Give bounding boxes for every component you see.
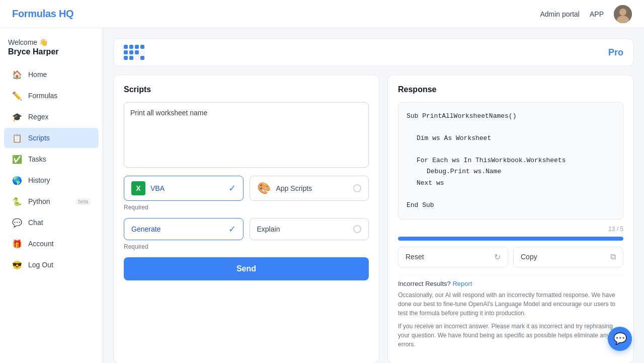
- report-link[interactable]: Report: [452, 280, 472, 287]
- header: Formulas HQ Admin portal APP: [0, 0, 644, 28]
- code-line-4: [407, 144, 615, 155]
- incorrect-text-2: If you receive an incorrect answer. Plea…: [398, 322, 623, 349]
- code-line-2: [407, 122, 615, 133]
- code-line-1: Sub PrintAllWorksheetNames(): [407, 111, 615, 122]
- progress-bar-fill: [398, 237, 623, 241]
- sidebar-username: Bryce Harper: [0, 47, 103, 64]
- copy-icon: ⧉: [610, 252, 616, 261]
- history-nav-label: History: [28, 176, 91, 184]
- regex-nav-icon: 🎓: [12, 112, 22, 122]
- incorrect-section: Incorrect Results? Report Occasionally, …: [398, 274, 623, 353]
- scripts-panel: Scripts Print all worksheet name X VBA ✓…: [113, 75, 379, 363]
- sidebar-item-logout[interactable]: 😎Log Out: [4, 255, 99, 275]
- sidebar: Welcome 👋 Bryce Harper 🏠Home✏️Formulas🎓R…: [0, 28, 103, 363]
- code-line-6: Debug.Print ws.Name: [407, 166, 615, 177]
- chat-bubble-button[interactable]: 💬: [608, 327, 632, 351]
- chat-nav-icon: 💬: [12, 217, 22, 228]
- sidebar-item-history[interactable]: 🌎History: [4, 170, 99, 190]
- app-scripts-label: App Scripts: [276, 184, 312, 192]
- app-link[interactable]: APP: [590, 10, 604, 18]
- response-panel-title: Response: [398, 85, 623, 94]
- account-nav-icon: 🎁: [12, 239, 22, 249]
- user-avatar[interactable]: [614, 5, 632, 23]
- main-content: Pro Scripts Print all worksheet name X V…: [103, 28, 644, 363]
- reset-icon: ↻: [494, 252, 501, 262]
- home-nav-icon: 🏠: [12, 69, 22, 80]
- action-types: Generate ✓ Explain: [124, 218, 369, 240]
- app-scripts-type-button[interactable]: 🎨 App Scripts: [250, 176, 369, 201]
- app-scripts-radio-icon: [353, 184, 361, 192]
- incorrect-text-1: Occasionally, our AI will respond with a…: [398, 291, 623, 318]
- grid-icon: [124, 45, 144, 60]
- sidebar-nav: 🏠Home✏️Formulas🎓Regex📋Scripts✅Tasks🌎Hist…: [0, 64, 103, 275]
- layout: Welcome 👋 Bryce Harper 🏠Home✏️Formulas🎓R…: [0, 28, 644, 363]
- sidebar-item-tasks[interactable]: ✅Tasks: [4, 149, 99, 169]
- send-button[interactable]: Send: [124, 257, 369, 280]
- history-nav-icon: 🌎: [12, 175, 22, 185]
- response-panel: Response Sub PrintAllWorksheetNames() Di…: [387, 75, 634, 363]
- prompt-textarea[interactable]: Print all worksheet name: [130, 109, 362, 159]
- scripts-nav-icon: 📋: [12, 133, 22, 143]
- generate-check-icon: ✓: [228, 224, 236, 235]
- required-label-2: Required: [124, 243, 369, 250]
- incorrect-title: Incorrect Results? Report: [398, 280, 623, 287]
- python-nav-icon: 🐍: [12, 196, 22, 206]
- formulas-nav-label: Formulas: [28, 92, 91, 100]
- response-actions: Reset ↻ Copy ⧉: [398, 247, 623, 267]
- python-nav-badge: beta: [76, 198, 91, 205]
- prompt-textarea-wrapper[interactable]: Print all worksheet name: [124, 102, 369, 168]
- vba-check-icon: ✓: [228, 183, 236, 194]
- sidebar-item-python[interactable]: 🐍Pythonbeta: [4, 191, 99, 211]
- top-card: Pro: [113, 38, 634, 66]
- reset-button[interactable]: Reset ↻: [398, 247, 508, 267]
- app-logo[interactable]: Formulas HQ: [12, 8, 73, 20]
- reset-label: Reset: [406, 253, 424, 261]
- header-right: Admin portal APP: [540, 5, 632, 23]
- logout-nav-label: Log Out: [28, 261, 91, 269]
- vba-label: VBA: [150, 184, 165, 192]
- sidebar-item-formulas[interactable]: ✏️Formulas: [4, 86, 99, 106]
- scripts-panel-title: Scripts: [124, 85, 369, 94]
- code-line-7: Next ws: [407, 178, 615, 189]
- sidebar-item-home[interactable]: 🏠Home: [4, 64, 99, 85]
- sidebar-item-account[interactable]: 🎁Account: [4, 234, 99, 254]
- progress-bar: [398, 237, 623, 241]
- script-types: X VBA ✓ 🎨 App Scripts: [124, 176, 369, 201]
- svg-point-1: [619, 9, 626, 16]
- pro-badge: Pro: [608, 47, 623, 58]
- code-line-8: [407, 189, 615, 200]
- generate-label: Generate: [131, 225, 160, 233]
- explain-action-button[interactable]: Explain: [250, 218, 369, 240]
- tasks-nav-label: Tasks: [28, 155, 91, 163]
- sidebar-item-regex[interactable]: 🎓Regex: [4, 107, 99, 127]
- home-nav-label: Home: [28, 70, 91, 79]
- required-label-1: Required: [124, 204, 369, 211]
- vba-type-button[interactable]: X VBA ✓: [124, 176, 244, 201]
- sidebar-welcome: Welcome 👋: [0, 36, 103, 47]
- code-line-5: For Each ws In ThisWorkbook.Worksheets: [407, 155, 615, 166]
- scripts-nav-label: Scripts: [28, 134, 91, 142]
- app-scripts-icon: 🎨: [257, 181, 271, 195]
- generate-action-button[interactable]: Generate ✓: [124, 218, 244, 240]
- counter-value: 13 / 5: [608, 226, 623, 233]
- vba-icon: X: [131, 181, 145, 195]
- copy-label: Copy: [521, 253, 537, 261]
- logout-nav-icon: 😎: [12, 260, 22, 270]
- account-nav-label: Account: [28, 240, 91, 248]
- sidebar-item-chat[interactable]: 💬Chat: [4, 212, 99, 233]
- python-nav-label: Python: [28, 197, 70, 205]
- admin-portal-link[interactable]: Admin portal: [540, 10, 580, 18]
- formulas-nav-icon: ✏️: [12, 91, 22, 101]
- tasks-nav-icon: ✅: [12, 154, 22, 164]
- code-line-3: Dim ws As Worksheet: [407, 133, 615, 144]
- code-line-9: End Sub: [407, 200, 615, 211]
- copy-button[interactable]: Copy ⧉: [513, 247, 623, 267]
- sidebar-item-scripts[interactable]: 📋Scripts: [4, 128, 99, 148]
- chat-nav-label: Chat: [28, 219, 91, 227]
- code-block: Sub PrintAllWorksheetNames() Dim ws As W…: [398, 102, 623, 220]
- content-row: Scripts Print all worksheet name X VBA ✓…: [113, 75, 634, 363]
- regex-nav-label: Regex: [28, 113, 91, 121]
- explain-radio-icon: [353, 225, 361, 233]
- response-counter: 13 / 5: [398, 226, 623, 233]
- explain-label: Explain: [257, 225, 280, 233]
